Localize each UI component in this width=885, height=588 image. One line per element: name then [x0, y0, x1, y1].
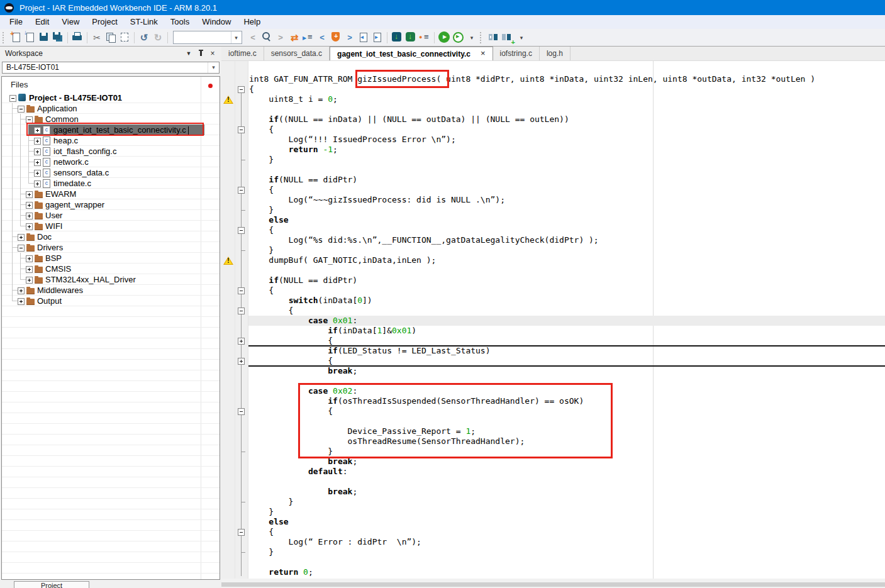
workspace-close-button[interactable]: × — [208, 49, 218, 58]
tab-iofstring-c[interactable]: iofstring.c — [493, 47, 540, 60]
horizontal-scrollbar-thumb[interactable] — [221, 582, 885, 587]
tree-item-network-c[interactable]: cnetwork.c — [2, 157, 220, 167]
download-and-debug-button[interactable] — [437, 30, 451, 45]
workspace-pin-button[interactable] — [196, 49, 206, 58]
expand-icon[interactable] — [26, 202, 33, 209]
expand-icon[interactable] — [18, 298, 25, 305]
expand-icon[interactable] — [26, 223, 33, 230]
chevron-down-icon[interactable]: ▾ — [208, 62, 219, 73]
menu-file[interactable]: File — [3, 16, 29, 28]
tree-item-common[interactable]: Common — [2, 114, 220, 125]
tree-item-ewarm[interactable]: EWARM — [2, 189, 220, 199]
collapse-icon[interactable] — [18, 106, 25, 113]
expand-icon[interactable] — [34, 138, 41, 145]
tree-item-heap-c[interactable]: cheap.c — [2, 135, 220, 146]
tree-item-doc[interactable]: Doc — [2, 231, 220, 242]
tree-item-project-b-l475e-iot01[interactable]: Project - B-L475E-IOT01 — [2, 92, 220, 103]
build-config-b-button[interactable] — [501, 30, 515, 45]
print-button[interactable] — [70, 30, 84, 45]
fold-collapse-icon[interactable] — [238, 529, 245, 536]
expand-icon[interactable] — [34, 159, 41, 166]
open-file-button[interactable] — [23, 30, 37, 45]
save-all-button[interactable] — [51, 30, 65, 45]
cut-button[interactable] — [90, 30, 104, 45]
make-button[interactable] — [390, 30, 404, 45]
previous-bookmark-button[interactable] — [315, 30, 329, 45]
undo-button[interactable] — [137, 30, 151, 45]
expand-icon[interactable] — [18, 287, 25, 294]
tree-item-gagent-iot-test-basic-connectivity-c[interactable]: cgagent_iot_test_basic_connectivity.c — [2, 125, 220, 135]
tab-gagent-iot-test-basic-connectivity-c[interactable]: gagent_iot_test_basic_connectivity.c× — [330, 47, 493, 60]
expand-icon[interactable] — [26, 266, 33, 273]
tree-item-gagent-wrapper[interactable]: gagent_wrapper — [2, 199, 220, 210]
tree-item-bsp[interactable]: BSP — [2, 253, 220, 263]
tree-item-application[interactable]: Application — [2, 103, 220, 114]
copy-button[interactable] — [104, 30, 118, 45]
new-document-button[interactable] — [9, 30, 23, 45]
compile-button[interactable] — [404, 30, 418, 45]
next-bookmark-button[interactable] — [343, 30, 357, 45]
menu-project[interactable]: Project — [86, 16, 123, 28]
fold-expand-icon[interactable] — [238, 358, 245, 365]
editor-horizontal-scrollbar[interactable] — [221, 579, 885, 588]
collapse-icon[interactable] — [18, 245, 25, 252]
tab-ioftime-c[interactable]: ioftime.c — [221, 47, 264, 60]
tree-item-user[interactable]: User — [2, 210, 220, 221]
debug-without-downloading-button[interactable] — [451, 30, 465, 45]
close-tab-button[interactable]: × — [481, 50, 486, 57]
fold-collapse-icon[interactable] — [238, 126, 245, 133]
search-next-button[interactable] — [274, 30, 287, 45]
expand-icon[interactable] — [26, 255, 33, 262]
paste-button[interactable] — [118, 30, 131, 45]
tree-item-cmsis[interactable]: CMSIS — [2, 263, 220, 274]
expand-icon[interactable] — [26, 213, 33, 219]
fold-collapse-icon[interactable] — [238, 227, 245, 234]
tree-item-iot-flash-config-c[interactable]: ciot_flash_config.c — [2, 146, 220, 157]
menu-help[interactable]: Help — [237, 16, 267, 28]
fold-collapse-icon[interactable] — [238, 187, 245, 194]
collapse-icon[interactable] — [9, 95, 16, 102]
menu-edit[interactable]: Edit — [29, 16, 55, 28]
toggle-bookmark-button[interactable] — [329, 30, 343, 45]
menu-tools[interactable]: Tools — [164, 16, 196, 28]
fold-expand-icon[interactable] — [238, 338, 245, 345]
search-previous-button[interactable] — [246, 30, 260, 45]
workspace-menu-button[interactable]: ▼ — [184, 49, 194, 58]
quick-search-combo[interactable]: ▾ — [173, 31, 242, 44]
collapse-icon[interactable] — [26, 116, 33, 123]
expand-icon[interactable] — [34, 170, 41, 177]
next-bookmark-document-button[interactable] — [370, 30, 384, 45]
tree-item-sensors-data-c[interactable]: csensors_data.c — [2, 167, 220, 178]
fold-collapse-icon[interactable] — [238, 86, 245, 93]
expand-icon[interactable] — [26, 277, 33, 284]
replace-button[interactable] — [287, 30, 301, 45]
code-editor[interactable]: int8 GAT_FUN_ATTR_ROM gizIssuedProcess( … — [221, 61, 885, 579]
workspace-project-tab[interactable]: Project — [14, 581, 89, 588]
redo-button[interactable] — [151, 30, 165, 45]
menu-view[interactable]: View — [55, 16, 86, 28]
tab-log-h[interactable]: log.h — [540, 47, 571, 60]
tree-item-middlewares[interactable]: Middlewares — [2, 285, 220, 296]
debug-actions-overflow-button[interactable] — [465, 30, 479, 45]
fold-collapse-icon[interactable] — [238, 308, 245, 314]
tree-item-wifi[interactable]: WIFI — [2, 221, 220, 231]
find-button[interactable] — [260, 30, 274, 45]
expand-icon[interactable] — [34, 148, 41, 155]
fold-collapse-icon[interactable] — [238, 408, 245, 415]
toolbar-overflow-button[interactable] — [515, 30, 528, 45]
tree-item-output[interactable]: Output — [2, 296, 220, 306]
fold-collapse-icon[interactable] — [238, 287, 245, 294]
previous-bookmark-document-button[interactable] — [357, 30, 370, 45]
tree-item-drivers[interactable]: Drivers — [2, 242, 220, 253]
go-to-button[interactable] — [301, 30, 315, 45]
tree-item-timedate-c[interactable]: ctimedate.c — [2, 178, 220, 189]
menu-window[interactable]: Window — [196, 16, 237, 28]
expand-icon[interactable] — [34, 180, 41, 187]
expand-icon[interactable] — [34, 127, 41, 134]
menu-stlink[interactable]: ST-Link — [124, 16, 164, 28]
configuration-selector[interactable]: B-L475E-IOT01 ▾ — [2, 62, 220, 74]
stop-build-button[interactable] — [418, 30, 431, 45]
expand-icon[interactable] — [26, 191, 33, 198]
chevron-down-icon[interactable]: ▾ — [231, 31, 241, 43]
tab-sensors-data-c[interactable]: sensors_data.c — [264, 47, 330, 60]
